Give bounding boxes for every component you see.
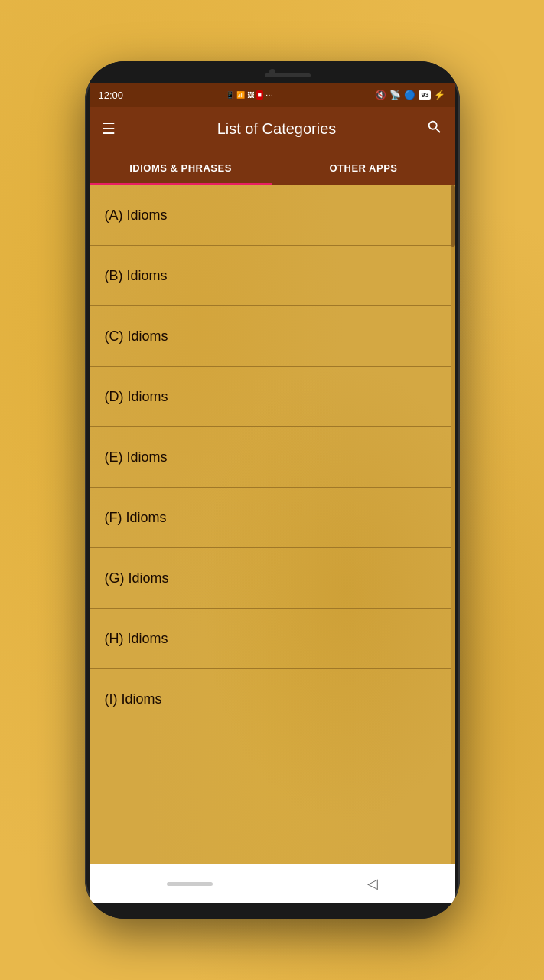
list-item[interactable]: (H) Idioms [90, 609, 451, 669]
bottom-nav: ◁ [90, 864, 455, 903]
list-item-text: (D) Idioms [105, 389, 168, 405]
hamburger-button[interactable]: ☰ [102, 119, 116, 138]
content-area: (A) Idioms (B) Idioms (C) Idioms (D) Idi… [90, 185, 455, 864]
battery-indicator: 93 [419, 90, 431, 100]
list-item[interactable]: (B) Idioms [90, 246, 451, 306]
list-item-text: (B) Idioms [105, 268, 168, 284]
list-item-text: (A) Idioms [105, 207, 168, 224]
notification-icons: 📱 📶 🖼 ■ ··· [226, 90, 273, 100]
app-bar: ☰ List of Categories [90, 107, 455, 150]
notification-icon-2: 📶 [236, 91, 245, 99]
scroll-indicator [451, 185, 455, 864]
list-item-text: (C) Idioms [105, 328, 168, 345]
list-item[interactable]: (F) Idioms [90, 488, 451, 548]
notification-icon-4: ■ [256, 90, 263, 100]
list-item[interactable]: (C) Idioms [90, 306, 451, 367]
list-container[interactable]: (A) Idioms (B) Idioms (C) Idioms (D) Idi… [90, 185, 451, 864]
tab-idioms-phrases[interactable]: IDIOMS & PHRASES [90, 150, 272, 185]
list-item-text: (H) Idioms [105, 631, 168, 647]
bluetooth-icon: 🔵 [404, 90, 415, 100]
phone-top-notch [85, 61, 460, 83]
list-item[interactable]: (G) Idioms [90, 548, 451, 609]
list-item-text: (E) Idioms [105, 449, 168, 466]
status-right-icons: 🔇 📡 🔵 93 ⚡ [375, 90, 445, 100]
nav-back-button[interactable]: ◁ [367, 875, 378, 892]
tab-other-apps-label: OTHER APPS [329, 162, 397, 174]
phone-screen: 12:00 📱 📶 🖼 ■ ··· 🔇 📡 🔵 93 ⚡ ☰ List of C… [90, 83, 455, 903]
notification-dots: ··· [265, 90, 273, 100]
list-item-text: (F) Idioms [105, 510, 167, 526]
front-camera [269, 69, 275, 75]
list-item[interactable]: (A) Idioms [90, 185, 451, 246]
notification-icon-3: 🖼 [247, 91, 254, 99]
tab-idioms-label: IDIOMS & PHRASES [129, 162, 232, 174]
list-item-text: (I) Idioms [105, 691, 162, 707]
list-item-text: (G) Idioms [105, 570, 169, 586]
notification-icon-1: 📱 [226, 91, 234, 99]
phone-bottom [90, 903, 455, 919]
phone-frame: 12:00 📱 📶 🖼 ■ ··· 🔇 📡 🔵 93 ⚡ ☰ List of C… [85, 61, 460, 919]
status-bar: 12:00 📱 📶 🖼 ■ ··· 🔇 📡 🔵 93 ⚡ [90, 83, 455, 107]
list-item[interactable]: (E) Idioms [90, 427, 451, 488]
scroll-thumb[interactable] [451, 185, 455, 247]
mute-icon: 🔇 [375, 90, 386, 100]
list-item[interactable]: (D) Idioms [90, 367, 451, 427]
tab-other-apps[interactable]: OTHER APPS [272, 150, 455, 185]
status-time: 12:00 [99, 90, 124, 101]
search-button[interactable] [426, 119, 443, 139]
cast-icon: 📡 [389, 90, 401, 100]
nav-home-pill[interactable] [167, 882, 213, 886]
list-item[interactable]: (I) Idioms [90, 669, 451, 730]
tabs-bar: IDIOMS & PHRASES OTHER APPS [90, 150, 455, 185]
app-title: List of Categories [128, 120, 426, 138]
content-wrapper: (A) Idioms (B) Idioms (C) Idioms (D) Idi… [90, 185, 455, 864]
charging-icon: ⚡ [434, 90, 445, 100]
